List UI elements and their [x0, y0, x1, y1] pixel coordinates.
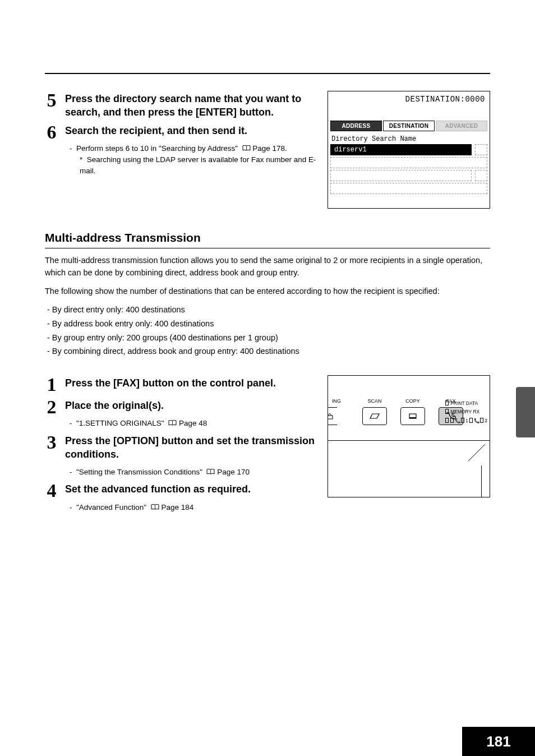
step-title: Search the recipient, and then send it.	[65, 124, 316, 137]
book-icon	[242, 145, 251, 151]
bullet-item: By group entry only: 200 groups (400 des…	[47, 331, 490, 345]
step-title: Set the advanced function as required.	[65, 482, 316, 496]
control-panel-screenshot: ING SCAN COPY	[328, 375, 490, 497]
book-icon	[206, 469, 215, 475]
page-number: 181	[462, 727, 535, 756]
page-ref: Page 170	[217, 468, 250, 476]
intro-paragraph-1: The multi-address transmission function …	[45, 254, 490, 279]
step-title: Press the [OPTION] button and set the tr…	[65, 434, 316, 462]
step-4: 4 Set the advanced function as required.…	[45, 481, 316, 513]
page-ref: Page 48	[179, 419, 207, 427]
step-3: 3 Press the [OPTION] button and set the …	[45, 433, 316, 478]
button-label: COPY	[398, 398, 428, 404]
step-number: 2	[45, 398, 58, 417]
svg-rect-6	[409, 417, 416, 418]
step-title: Press the directory search name that you…	[65, 92, 316, 119]
dir-row	[330, 183, 487, 194]
button-label: SCAN	[359, 398, 390, 404]
button-label: ING	[328, 398, 352, 404]
scroll-down-cell	[475, 170, 487, 181]
destination-counter: DESTINATION:0000	[405, 95, 485, 104]
intro-paragraph-2: The following show the number of destina…	[45, 285, 490, 297]
bullet-item: By address book entry only: 400 destinat…	[47, 317, 490, 331]
top-rule	[45, 73, 490, 74]
section-title: Multi-address Transmission	[45, 231, 490, 245]
step-title: Place the original(s).	[65, 399, 316, 412]
dir-row-selected: dirserv1	[330, 144, 472, 155]
step-note: * Searching using the LDAP server is ava…	[80, 154, 316, 177]
step-2: 2 Place the original(s). - "1.SETTING OR…	[45, 398, 316, 430]
step-number: 4	[45, 481, 58, 500]
step-number: 1	[45, 375, 58, 394]
step-number: 5	[45, 91, 58, 110]
tab-advanced: ADVANCED	[436, 121, 487, 131]
led-indicators: PRINT DATA MEMORY RX 📞1 📞2	[445, 399, 487, 425]
bullet-item: By direct entry only: 400 destinations	[47, 303, 490, 317]
page-ref: Page 178.	[252, 144, 287, 153]
directory-search-screenshot: DESTINATION:0000 ADDRESS DESTINATION ADV…	[328, 91, 490, 209]
scan-button	[362, 407, 387, 425]
step-title: Press the [FAX] button on the control pa…	[65, 376, 316, 390]
step-6: 6 Search the recipient, and then send it…	[45, 123, 316, 177]
step-substep: - "Advanced Function" Page 184	[70, 503, 193, 511]
svg-line-7	[468, 444, 485, 461]
ing-button	[328, 407, 337, 425]
led-line-indicators: 📞1 📞2	[445, 417, 487, 425]
step-substep: - "1.SETTING ORIGINALS" Page 48	[70, 419, 207, 427]
step-substep: - Perform steps 6 to 10 in "Searching by…	[70, 144, 287, 153]
copy-button	[400, 407, 425, 425]
svg-rect-4	[328, 416, 333, 419]
led-memory-rx: MEMORY RX	[445, 408, 487, 416]
step-number: 3	[45, 433, 58, 452]
dir-row	[330, 170, 472, 181]
section-tab	[516, 387, 535, 437]
tab-destination: DESTINATION	[383, 121, 435, 131]
scroll-up-cell	[475, 144, 487, 155]
bullet-item: By combining direct, address book and gr…	[47, 344, 490, 358]
panel-edge-right	[481, 465, 482, 497]
step-substep: - "Setting the Transmission Conditions" …	[70, 468, 250, 476]
book-icon	[168, 420, 177, 426]
step-number: 6	[45, 123, 58, 142]
panel-edge	[328, 440, 490, 441]
led-print-data: PRINT DATA	[445, 399, 487, 408]
section-rule	[45, 248, 490, 248]
step-5: 5 Press the directory search name that y…	[45, 91, 316, 119]
panel-corner	[468, 444, 485, 461]
bullet-list: By direct entry only: 400 destinations B…	[47, 303, 490, 358]
step-1: 1 Press the [FAX] button on the control …	[45, 375, 316, 394]
dir-row	[330, 157, 487, 168]
book-icon	[151, 504, 159, 510]
directory-search-label: Directory Search Name	[331, 135, 416, 143]
tab-address: ADDRESS	[330, 121, 382, 131]
page-ref: Page 184	[161, 503, 193, 511]
